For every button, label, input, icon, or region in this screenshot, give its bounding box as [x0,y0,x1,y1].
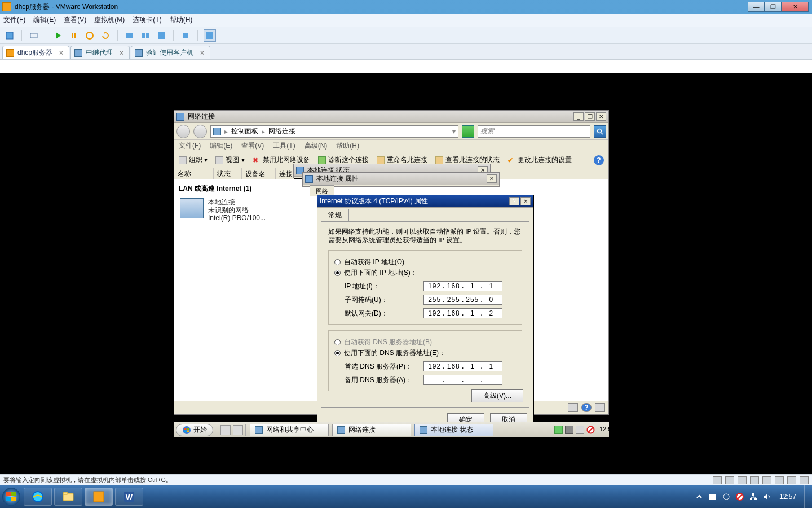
nc-menu-view[interactable]: 查看(V) [241,141,264,151]
tb-home-icon[interactable] [3,29,16,42]
forward-button[interactable] [193,125,207,138]
advanced-button[interactable]: 高级(V)... [471,389,523,402]
tb-poweron-icon[interactable] [52,29,64,42]
tb-snapshot-icon[interactable] [123,29,136,42]
subnet-mask-input[interactable]: 255.255.255.0 [423,295,502,305]
search-input[interactable]: 搜索 [478,125,590,138]
tb-suspend-icon[interactable] [68,29,80,42]
cmd-change[interactable]: ✔更改此连接的设置 [508,155,572,165]
tray-usb-icon[interactable] [722,492,731,501]
tray-volume-icon[interactable] [762,492,771,501]
tb-fullscreen-icon[interactable] [204,29,216,42]
tray-icon[interactable] [554,426,563,434]
guest-clock[interactable]: 12:57 [597,426,606,434]
col-device[interactable]: 设备名 [242,168,276,179]
dns2-input[interactable]: ... [423,375,502,385]
col-status[interactable]: 状态 [214,168,242,179]
menu-help[interactable]: 帮助(H) [170,15,193,25]
tab-close-icon[interactable]: × [59,49,63,57]
back-button[interactable] [176,125,190,138]
crumb-control-panel[interactable]: 控制面板 [231,126,258,136]
props-titlebar[interactable]: 本地连接 属性 ✕ [303,173,499,185]
nc-menu-file[interactable]: 文件(F) [179,141,201,151]
maximize-button[interactable]: ❐ [765,2,782,12]
tb-library-icon[interactable] [28,29,40,42]
device-icon[interactable] [725,476,734,484]
ipd-titlebar[interactable]: Internet 协议版本 4 (TCP/IPv4) 属性 ? ✕ [317,195,533,208]
dns1-input[interactable]: 192.168.1.1 [423,361,502,371]
col-name[interactable]: 名称 [174,168,214,179]
device-icon[interactable] [750,476,759,484]
ql-icon[interactable] [220,425,231,435]
tb-unity-icon[interactable] [179,29,192,42]
device-icon[interactable] [738,476,747,484]
taskbtn-vmware[interactable] [85,488,113,506]
ip-address-input[interactable]: 192.168.1.1 [423,281,502,291]
guest-taskbar[interactable]: 开始 网络和共享中心 网络连接 本地连接 状态 12:57 [174,422,609,437]
show-desktop-button[interactable] [804,485,810,508]
nc-menu-advanced[interactable]: 高级(N) [304,141,328,151]
vm-viewport[interactable]: 网络连接 _ ❐ ✕ ▸ 控制面板 ▸ [0,73,812,474]
tray-action-icon[interactable] [708,492,717,501]
taskbtn-local-status[interactable]: 本地连接 状态 [414,424,493,436]
refresh-button[interactable] [462,125,474,138]
menu-vm[interactable]: 虚拟机(M) [94,15,125,25]
nc-filemenu[interactable]: 文件(F) 编辑(E) 查看(V) 工具(T) 高级(N) 帮助(H) [174,140,608,152]
taskbtn-word[interactable]: W [115,488,143,506]
taskbtn-sharing-center[interactable]: 网络和共享中心 [250,424,329,436]
gateway-input[interactable]: 192.168.1.2 [423,308,502,318]
device-icon[interactable] [762,476,771,484]
tcpip-dialog[interactable]: Internet 协议版本 4 (TCP/IPv4) 属性 ? ✕ 常规 如果网… [317,195,533,426]
search-go-button[interactable] [594,125,606,138]
minimize-button[interactable]: — [748,2,765,12]
nc-view2-icon[interactable] [595,403,605,412]
aero-titlebar[interactable]: dhcp服务器 - VMware Workstation — ❐ ✕ [0,0,812,14]
tb-reset-icon[interactable] [99,29,112,42]
taskbtn-ie[interactable] [24,488,52,506]
close-button[interactable]: ✕ [520,197,531,205]
menu-view[interactable]: 查看(V) [64,15,86,25]
start-orb[interactable] [0,485,23,508]
menu-file[interactable]: 文件(F) [3,15,25,25]
close-button[interactable]: ✕ [596,112,606,121]
nc-menu-edit[interactable]: 编辑(E) [210,141,232,151]
tb-snapmgr-icon[interactable] [139,29,152,42]
vmware-menubar[interactable]: 文件(F) 编辑(E) 查看(V) 虚拟机(M) 选项卡(T) 帮助(H) [0,14,812,27]
taskbtn-explorer[interactable] [54,488,82,506]
menu-edit[interactable]: 编辑(E) [33,15,56,25]
tray-network-icon[interactable] [749,492,758,501]
cmd-views[interactable]: 视图 ▾ [215,155,244,165]
host-taskbar[interactable]: W 12:57 [0,485,812,508]
tray-chevron-icon[interactable] [695,492,704,501]
tab-general[interactable]: 常规 [321,209,349,221]
minimize-button[interactable]: _ [573,112,584,121]
restore-button[interactable]: ❐ [585,112,595,121]
tray-blocked-icon[interactable] [735,492,744,501]
nc-titlebar[interactable]: 网络连接 _ ❐ ✕ [174,111,608,123]
tab-close-icon[interactable]: × [120,49,123,57]
help-button[interactable]: ? [594,155,604,165]
device-icon[interactable] [787,476,796,484]
device-icon[interactable] [713,476,722,484]
nc-help-icon[interactable]: ? [581,403,592,412]
close-button[interactable]: ✕ [782,2,809,12]
tb-revert-icon[interactable] [155,29,167,42]
cmd-organize[interactable]: 组织 ▾ [179,155,208,165]
tab-relay[interactable]: 中继代理× [70,46,130,59]
ql-icon[interactable] [233,425,243,435]
radio-manual-dns[interactable]: 使用下面的 DNS 服务器地址(E)： [334,348,516,358]
menu-tabs[interactable]: 选项卡(T) [133,15,161,25]
tab-client[interactable]: 验证使用客户机× [131,46,210,59]
device-icon[interactable] [775,476,784,484]
radio-auto-ip[interactable]: 自动获得 IP 地址(O) [334,257,516,267]
start-button[interactable]: 开始 [176,424,213,436]
device-icon[interactable] [800,476,809,484]
tab-close-icon[interactable]: × [200,49,204,57]
taskbtn-network-conn[interactable]: 网络连接 [332,424,411,436]
crumb-network[interactable]: 网络连接 [268,126,295,136]
address-bar[interactable]: ▸ 控制面板 ▸ 网络连接 ▾ [210,125,458,138]
tray-blocked-icon[interactable] [586,426,595,434]
tray-network-icon[interactable] [576,426,584,434]
nc-menu-help[interactable]: 帮助(H) [336,141,359,151]
tb-poweroff-icon[interactable] [83,29,96,42]
